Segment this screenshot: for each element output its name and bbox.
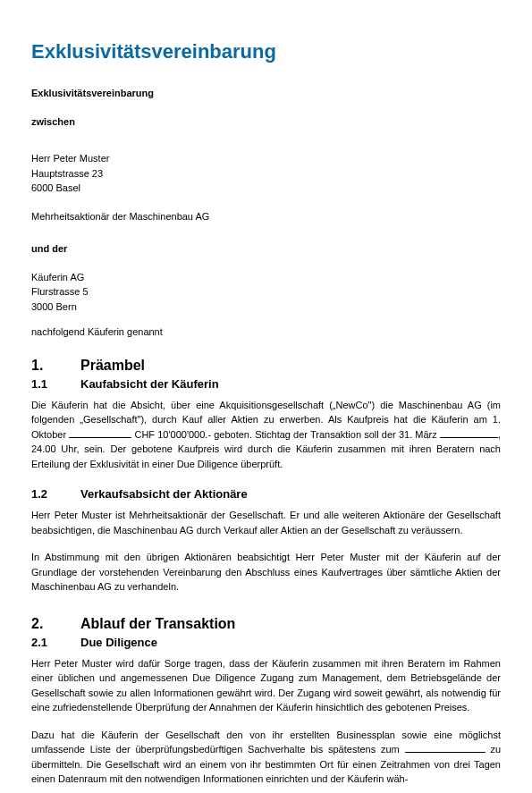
blank-field[interactable] — [405, 743, 486, 753]
section-2-num: 2. — [31, 616, 80, 632]
blank-field[interactable] — [69, 428, 131, 438]
section-2-title: Ablauf der Transaktion — [80, 616, 235, 632]
subtitle: Exklusivitätsvereinbarung — [31, 86, 501, 101]
section-2-1-num: 2.1 — [31, 636, 80, 649]
party1-role: Mehrheitsaktionär der Maschinenbau AG — [31, 209, 501, 224]
section-1-heading: 1. Präambel — [31, 358, 501, 374]
and-label: und der — [31, 241, 501, 257]
section-1-1-heading: 1.1 Kaufabsicht der Käuferin — [31, 377, 501, 391]
party1-city: 6000 Basel — [31, 181, 501, 196]
section-2-1-p2: Dazu hat die Käuferin der Gesellschaft d… — [31, 728, 501, 787]
party2-street: Flurstrasse 5 — [31, 284, 501, 299]
party2-role: nachfolgend Käuferin genannt — [31, 325, 501, 340]
party2-name: Käuferin AG — [31, 270, 501, 285]
section-1-title: Präambel — [80, 358, 145, 374]
section-1-1-title: Kaufabsicht der Käuferin — [80, 377, 219, 391]
section-1-2-title: Verkaufsabsicht der Aktionäre — [80, 487, 248, 501]
section-1-2-p1: Herr Peter Muster ist Mehrheitsaktionär … — [31, 508, 501, 537]
section-1-2-num: 1.2 — [31, 487, 80, 501]
party1-address: Herr Peter Muster Hauptstrasse 23 6000 B… — [31, 151, 501, 196]
party1-street: Hauptstrasse 23 — [31, 166, 501, 181]
party2-address: Käuferin AG Flurstrasse 5 3000 Bern — [31, 270, 501, 315]
document-title: Exklusivitätsvereinbarung — [31, 40, 501, 63]
section-2-heading: 2. Ablauf der Transaktion — [31, 616, 501, 632]
section-1-1-paragraph: Die Käuferin hat die Absicht, über eine … — [31, 398, 501, 472]
section-1-1-num: 1.1 — [31, 377, 80, 391]
section-1-2-p2: In Abstimmung mit den übrigen Aktionären… — [31, 550, 501, 595]
section-2-1-p1: Herr Peter Muster wird dafür Sorge trage… — [31, 656, 501, 715]
section-2-1-heading: 2.1 Due Diligence — [31, 636, 501, 649]
document-page: Exklusivitätsvereinbarung Exklusivitätsv… — [0, 0, 532, 787]
party2-city: 3000 Bern — [31, 299, 501, 315]
section-2-1-title: Due Diligence — [80, 636, 157, 649]
blank-field[interactable] — [440, 428, 498, 438]
section-1-num: 1. — [31, 358, 80, 374]
between-label: zwischen — [31, 114, 501, 130]
section-1-2-heading: 1.2 Verkaufsabsicht der Aktionäre — [31, 487, 501, 501]
party1-name: Herr Peter Muster — [31, 151, 501, 166]
